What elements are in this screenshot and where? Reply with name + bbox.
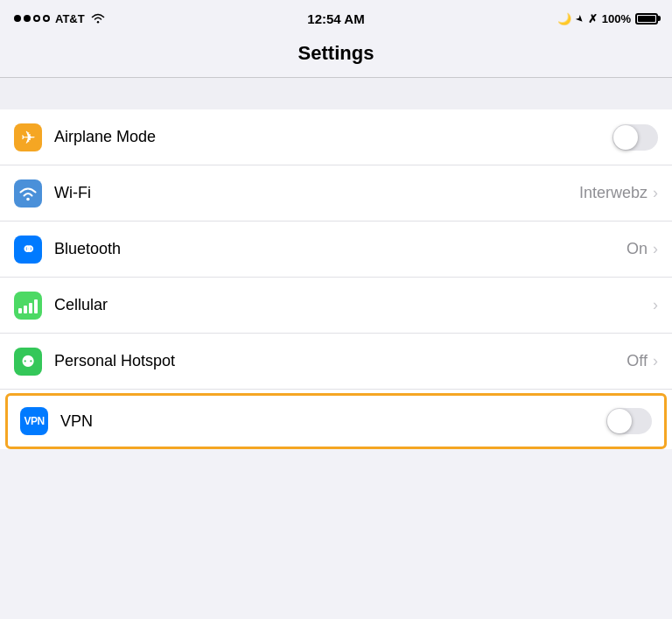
hotspot-icon: ⚉ (21, 352, 35, 371)
signal-dot-2 (24, 15, 31, 22)
cell-bar-3 (29, 303, 32, 313)
wifi-value: Interwebz (579, 184, 648, 202)
page-header: Settings (0, 33, 672, 78)
cell-bar-2 (24, 306, 27, 313)
signal-dot-3 (33, 15, 40, 22)
location-arrow-icon: ➤ (572, 11, 586, 25)
battery-fill (638, 16, 655, 22)
hotspot-label: Personal Hotspot (54, 352, 626, 370)
cell-bar-1 (18, 308, 22, 313)
vpn-toggle-knob (607, 409, 632, 433)
cellular-icon (18, 298, 38, 313)
status-time: 12:54 AM (307, 11, 364, 26)
signal-dots (14, 15, 50, 22)
status-left: AT&T (14, 11, 106, 26)
bluetooth-icon: ⚭ (14, 236, 42, 264)
status-right: 🌙 ➤ ✗ 100% (557, 12, 658, 25)
page-title: Settings (298, 42, 374, 64)
cellular-icon-bg (14, 292, 42, 320)
svg-point-0 (97, 21, 99, 23)
signal-dot-1 (14, 15, 21, 22)
wifi-chevron: › (653, 184, 658, 202)
svg-point-1 (26, 197, 30, 200)
battery-icon (635, 13, 658, 25)
vpn-toggle[interactable] (606, 408, 652, 434)
vpn-label: VPN (60, 412, 606, 431)
battery-percent-label: 100% (602, 12, 631, 25)
settings-list: ✈ Airplane Mode Wi-Fi Interwebz › ⚭ Blue… (0, 109, 672, 449)
wifi-status-icon (90, 11, 106, 26)
hotspot-chevron: › (653, 352, 658, 370)
settings-row-hotspot[interactable]: ⚉ Personal Hotspot Off › (0, 334, 672, 390)
cellular-chevron: › (653, 296, 658, 314)
airplane-mode-toggle-knob (613, 125, 638, 150)
vpn-icon-bg: VPN (20, 407, 48, 435)
airplane-mode-label: Airplane Mode (54, 128, 612, 146)
wifi-label: Wi-Fi (54, 184, 579, 202)
bluetooth-status-icon: ✗ (588, 12, 598, 25)
carrier-label: AT&T (55, 12, 85, 25)
moon-icon: 🌙 (557, 12, 571, 25)
cell-bar-4 (34, 299, 38, 313)
hotspot-icon-bg: ⚉ (14, 348, 42, 376)
settings-row-vpn[interactable]: VPN VPN (5, 393, 667, 449)
airplane-mode-icon: ✈ (14, 123, 42, 151)
status-bar: AT&T 12:54 AM 🌙 ➤ ✗ 100% (0, 0, 672, 33)
settings-row-bluetooth[interactable]: ⚭ Bluetooth On › (0, 222, 672, 278)
settings-row-wifi[interactable]: Wi-Fi Interwebz › (0, 165, 672, 222)
settings-row-cellular[interactable]: Cellular › (0, 278, 672, 334)
bluetooth-value: On (626, 240, 648, 258)
hotspot-value: Off (626, 352, 648, 370)
signal-dot-4 (43, 15, 50, 22)
settings-row-airplane-mode[interactable]: ✈ Airplane Mode (0, 109, 672, 165)
vpn-icon-text: VPN (24, 415, 44, 427)
bluetooth-chevron: › (653, 240, 658, 258)
bluetooth-label: Bluetooth (54, 240, 626, 258)
airplane-mode-toggle[interactable] (612, 124, 658, 151)
wifi-icon (14, 179, 42, 208)
section-gap (0, 78, 672, 109)
cellular-label: Cellular (54, 296, 653, 314)
